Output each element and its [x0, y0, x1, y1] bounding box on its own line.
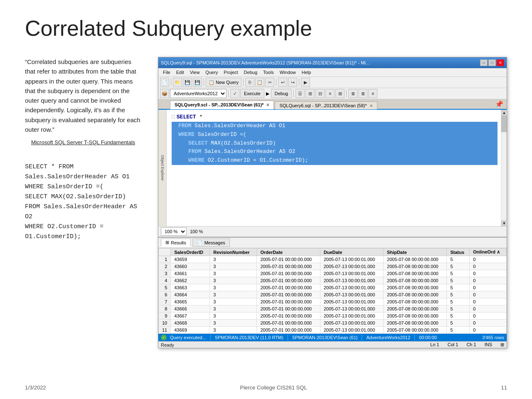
results-tab-messages-label: Messages — [204, 240, 225, 245]
col-status[interactable]: Status — [447, 249, 470, 256]
table-cell: 2005-07-01 00:00:00.000 — [257, 320, 320, 327]
table-row: 44366232005-07-01 00:00:00.0002005-07-13… — [159, 277, 507, 284]
table-cell: 0 — [470, 284, 507, 291]
table-cell: 43660 — [171, 263, 210, 270]
database-dropdown[interactable]: AdventureWorks2012 — [170, 89, 227, 98]
table-cell: 3 — [210, 284, 257, 291]
toolbar-misc-6[interactable]: ≣ — [348, 89, 357, 98]
tab-query9-close[interactable]: ✕ — [266, 103, 269, 107]
results-tab-results[interactable]: ⊞ Results — [161, 239, 191, 247]
table-cell: 0 — [470, 298, 507, 305]
col-orderdate[interactable]: OrderDate — [257, 249, 320, 256]
table-cell: 0 — [470, 305, 507, 313]
results-table-container[interactable]: SalesOrderID RevisionNumber OrderDate Du… — [158, 248, 507, 334]
table-cell: 2005-07-08 00:00:00.000 — [384, 277, 447, 284]
object-explorer-label: Object Explorer — [160, 155, 165, 181]
tab-query9[interactable]: SQLQuery9.scl - SP...2013DEV\Sean (61)* … — [170, 101, 274, 109]
table-row: 24366032005-07-01 00:00:00.0002005-07-13… — [159, 263, 507, 270]
sql-line-2: Sales.SalesOrderHeader AS O1 — [25, 172, 141, 182]
checkbox-icon: □ — [172, 113, 175, 122]
status-right: 3'465 rows — [482, 335, 504, 340]
new-query-button[interactable]: 📋 New Query — [206, 78, 241, 87]
table-cell: 3 — [210, 313, 257, 320]
toolbar-misc-3[interactable]: ⊟ — [315, 89, 325, 98]
code-line-6: WHERE O2.CustomerID = O1.CustomerID); — [172, 156, 498, 165]
table-cell: 2005-07-08 00:00:00.000 — [384, 263, 447, 270]
normal-max: MAX(O2.SalesOrderID) — [208, 139, 276, 148]
close-button[interactable]: ✕ — [497, 59, 504, 66]
toolbar-paste[interactable]: 📋 — [255, 78, 264, 87]
toolbar-misc-4[interactable]: ≡ — [325, 89, 335, 98]
menu-tools[interactable]: Tools — [260, 69, 277, 76]
toolbar-misc-8[interactable]: ≡ — [368, 89, 377, 98]
results-tabs: ⊞ Results 📄 Messages — [158, 238, 507, 248]
menu-view[interactable]: View — [187, 69, 203, 76]
debug-label: Debug — [275, 91, 288, 96]
footer-ins: INS — [485, 342, 492, 347]
col-rownum — [159, 249, 171, 256]
menu-edit[interactable]: Edit — [173, 69, 187, 76]
menu-file[interactable]: File — [160, 69, 173, 76]
vscroll-up[interactable]: ▲ — [501, 110, 507, 116]
footer-ready: Ready — [161, 342, 174, 347]
toolbar-obj-exp[interactable]: 📦 — [160, 89, 169, 98]
table-cell: 0 — [470, 320, 507, 327]
toolbar-misc-2[interactable]: ⊞ — [305, 89, 315, 98]
col-duedate[interactable]: DueDate — [320, 249, 383, 256]
results-tab-results-icon: ⊞ — [165, 240, 169, 245]
results-tbody: 14365932005-07-01 00:00:00.0002005-07-13… — [159, 256, 507, 334]
col-onlineord[interactable]: OnlineOrd ∧ — [470, 249, 507, 256]
toolbar-misc-1[interactable]: ☰ — [296, 89, 305, 98]
menu-query[interactable]: Query — [202, 69, 221, 76]
vscroll-thumb[interactable] — [501, 116, 507, 132]
editor-area[interactable]: □SELECT * FROM Sales.SalesOrderHeader AS… — [167, 110, 501, 226]
execute-button[interactable]: Execute — [240, 89, 264, 98]
toolbar-misc-7[interactable]: ≣ — [358, 89, 367, 98]
toolbar-undo[interactable]: ↩ — [278, 78, 287, 87]
sql-line-8: O1.CustomerID); — [25, 232, 141, 242]
tab-query6[interactable]: SQLQuery6.sql - SP...2013DEV\Sean (58)* … — [275, 101, 377, 109]
editor-vscroll[interactable]: ▲ ▼ — [501, 110, 507, 226]
menu-debug[interactable]: Debug — [241, 69, 260, 76]
table-row: 104366832005-07-01 00:00:00.0002005-07-1… — [159, 320, 507, 327]
zoom-select[interactable]: 100 % — [161, 227, 187, 236]
table-cell: 3 — [210, 320, 257, 327]
object-explorer-tab[interactable]: Object Explorer — [158, 110, 167, 226]
table-row: 84366632005-07-01 00:00:00.0002005-07-13… — [159, 305, 507, 313]
toolbar-redo[interactable]: ↪ — [288, 78, 297, 87]
normal-from-1: Sales.SalesOrderHeader AS O1 — [191, 122, 285, 131]
debug-button[interactable]: Debug — [271, 89, 292, 98]
menu-project[interactable]: Project — [221, 69, 241, 76]
row-num-cell: 2 — [159, 263, 171, 270]
results-tab-results-label: Results — [171, 240, 186, 245]
toolbar-misc-5[interactable]: ⊞ — [335, 89, 345, 98]
ssms-footer: Ready Ln 1 Col 1 Ch 1 INS ⊞ — [158, 341, 507, 348]
results-tab-messages[interactable]: 📄 Messages — [192, 239, 230, 247]
tab-query6-close[interactable]: ✕ — [369, 103, 373, 108]
table-row: 94366732005-07-01 00:00:00.0002005-07-13… — [159, 313, 507, 320]
toolbar-save[interactable]: 💾 — [183, 78, 192, 87]
toolbar-open[interactable]: 📁 — [173, 78, 182, 87]
toolbar-new[interactable]: 📄 — [160, 78, 169, 87]
menu-help[interactable]: Help — [299, 69, 314, 76]
col-salesorderid[interactable]: SalesOrderID — [171, 249, 210, 256]
footer-ch: Ch 1 — [466, 342, 476, 347]
normal-from-2: Sales.SalesOrderHeader AS O2 — [201, 148, 295, 156]
table-cell: 0 — [470, 291, 507, 298]
col-shipdate[interactable]: ShipDate — [384, 249, 447, 256]
toolbar-check[interactable]: ✓ — [230, 89, 239, 98]
col-revisionnumber[interactable]: RevisionNumber — [210, 249, 257, 256]
toolbar-run[interactable]: ▶ — [301, 78, 310, 87]
maximize-button[interactable]: □ — [488, 59, 496, 66]
tab-pin-icon[interactable]: 📌 — [493, 99, 505, 109]
toolbar-copy[interactable]: ⎘ — [245, 78, 254, 87]
kw-select-2: SELECT — [188, 139, 208, 148]
vscroll-down[interactable]: ▼ — [501, 220, 507, 226]
toolbar-save-all[interactable]: 💾 — [193, 78, 202, 87]
toolbar-cut[interactable]: ✂ — [265, 78, 274, 87]
table-cell: 43659 — [171, 256, 210, 263]
menu-window[interactable]: Window — [277, 69, 299, 76]
slide-title: Correlated Subquery example — [0, 0, 532, 49]
footer-right: Ln 1 Col 1 Ch 1 INS ⊞ — [430, 342, 504, 347]
minimize-button[interactable]: ─ — [480, 59, 488, 66]
